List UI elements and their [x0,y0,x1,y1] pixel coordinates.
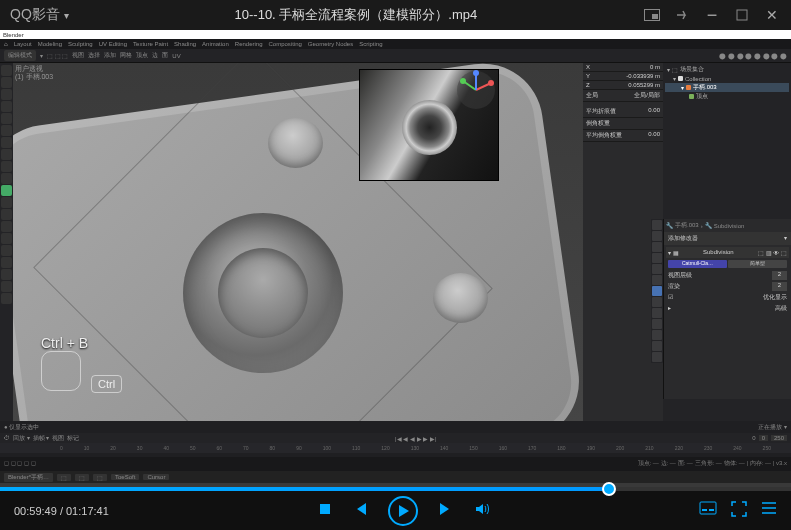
menu-select[interactable]: 选择 [88,51,100,60]
subdiv-render-level[interactable]: 2 [772,282,787,291]
timeline-view-menu[interactable]: 视图 [52,434,64,443]
add-modifier-button[interactable]: 添加修改器▾ [664,232,791,245]
tab-sculpting[interactable]: Sculpting [68,41,93,47]
progress-thumb[interactable] [602,482,616,496]
menu-edge[interactable]: 边 [152,51,158,60]
taskbar-item[interactable]: ⬚ [57,474,71,481]
volume-button[interactable] [474,501,490,521]
advanced-section[interactable]: 高级 [775,304,787,313]
tool-edge[interactable] [1,257,12,268]
fullscreen-button[interactable] [731,501,747,521]
tab-layout[interactable]: Layout [14,41,32,47]
tab-anim[interactable]: Animation [202,41,229,47]
tool-shear[interactable] [1,281,12,292]
prop-tab-render[interactable] [652,220,662,230]
prop-tab-particles[interactable] [652,297,662,307]
tab-comp[interactable]: Compositing [268,41,301,47]
prop-tab-world[interactable] [652,264,662,274]
outliner-object[interactable]: 手柄.003 [693,83,717,92]
pip-icon[interactable] [643,6,661,24]
tab-geo[interactable]: Geometry Nodes [308,41,353,47]
mode-selector[interactable]: 编辑模式 [4,50,36,61]
taskbar-item[interactable]: Cursor [143,474,169,480]
tool-rip[interactable] [1,293,12,304]
playing-status[interactable]: 正在播放 ▾ [758,423,787,432]
taskbar-item[interactable]: ToeSoft [111,474,139,480]
prop-tab-data[interactable] [652,330,662,340]
tool-scale[interactable] [1,113,12,124]
prop-tab-object[interactable] [652,275,662,285]
taskbar-item[interactable]: ⬚ [75,474,89,481]
tool-measure[interactable] [1,149,12,160]
outliner-collection[interactable]: Collection [685,76,711,82]
subdiv-type-simple[interactable]: 简单型 [728,260,787,268]
optimal-display-checkbox[interactable]: 优化显示 [763,293,787,302]
pin-icon[interactable] [673,6,691,24]
playlist-button[interactable] [761,501,777,521]
tool-move[interactable] [1,89,12,100]
subdiv-type-catmull[interactable]: Catmull-Cla… [668,260,727,268]
frame-start[interactable]: 0 [759,435,768,441]
tab-modeling[interactable]: Modeling [38,41,62,47]
prop-tab-output[interactable] [652,231,662,241]
playback-menu[interactable]: 回放 ▾ [13,434,30,443]
menu-view[interactable]: 视图 [72,51,84,60]
menu-add[interactable]: 添加 [104,51,116,60]
tool-loopcut[interactable] [1,197,12,208]
prop-tab-scene[interactable] [652,253,662,263]
modifier-name[interactable]: Subdivision [703,249,734,256]
tool-extrude[interactable] [1,161,12,172]
tool-poly[interactable] [1,221,12,232]
timeline-marker-menu[interactable]: 标记 [67,434,79,443]
shading-icons[interactable]: ⬤ ⬤ ⬤ ⬤ ⬤ ⬤ ⬤ ⬤ [719,52,787,59]
frame-end[interactable]: 250 [771,435,787,441]
tool-bevel[interactable] [1,185,12,196]
close-button[interactable]: ✕ [763,6,781,24]
transform-z[interactable]: 0.055299 m [628,82,660,88]
transform-y[interactable]: -0.033939 m [626,73,660,79]
subdiv-viewport-level[interactable]: 2 [772,271,787,280]
maximize-button[interactable] [733,6,751,24]
tool-select[interactable] [1,65,12,76]
menu-uv[interactable]: UV [172,53,180,59]
viewport-3d[interactable]: 用户透视 (1) 手柄.003 Ctrl + B Ctrl [13,63,583,421]
tab-script[interactable]: Scripting [359,41,382,47]
prop-tab-texture[interactable] [652,352,662,362]
outliner-scene[interactable]: 场景集合 [680,65,704,74]
prop-tab-modifier[interactable] [652,286,662,296]
tool-smooth[interactable] [1,245,12,256]
progress-bar[interactable] [0,487,791,491]
nav-gizmo[interactable] [455,69,497,111]
tab-render[interactable]: Rendering [235,41,263,47]
taskbar-item[interactable]: Blender*手柄… [4,473,53,482]
tab-shading[interactable]: Shading [174,41,196,47]
prev-track-button[interactable] [352,501,368,521]
subtitle-button[interactable] [699,501,717,521]
mean-bevel-weight[interactable]: 0.00 [648,131,660,140]
menu-face[interactable]: 面 [162,51,168,60]
tool-annotate[interactable] [1,137,12,148]
play-pause-button[interactable] [388,496,418,526]
tool-rotate[interactable] [1,101,12,112]
mean-crease[interactable]: 0.00 [648,107,660,116]
transform-space[interactable]: 全局/局部 [634,91,660,100]
video-content[interactable]: Blender ⌂ Layout Modeling Sculpting UV E… [0,30,791,487]
minimize-button[interactable]: − [703,6,721,24]
menu-vertex[interactable]: 顶点 [136,51,148,60]
transform-x[interactable]: 0 m [650,64,660,70]
prop-tab-view[interactable] [652,242,662,252]
stop-button[interactable] [318,502,332,520]
tool-cursor[interactable] [1,77,12,88]
timeline-ruler[interactable]: 0102030405060708090100110120130140150160… [0,443,791,453]
menu-mesh[interactable]: 网格 [120,51,132,60]
tab-texpaint[interactable]: Texture Paint [133,41,168,47]
tool-shrink[interactable] [1,269,12,280]
tool-transform[interactable] [1,125,12,136]
prop-tab-material[interactable] [652,341,662,351]
next-track-button[interactable] [438,501,454,521]
tool-inset[interactable] [1,173,12,184]
prop-tab-physics[interactable] [652,308,662,318]
outliner-mesh-data[interactable]: 顶点 [696,92,708,101]
tool-knife[interactable] [1,209,12,220]
status-selected-only[interactable]: ● 仅显示选中 [4,423,39,432]
